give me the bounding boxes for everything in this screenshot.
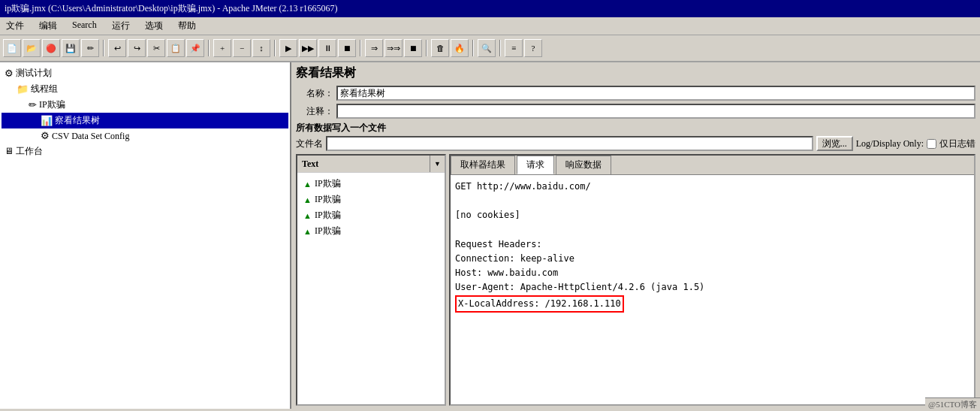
text-dropdown-arrow[interactable]: ▼ (430, 156, 445, 172)
result-item-1[interactable]: ▲IP欺骗 (300, 192, 442, 207)
toolbar-separator (103, 40, 104, 56)
tree-icon-csv-data: ⚙ (41, 130, 50, 142)
tree-icon-thread-group: 📁 (17, 83, 29, 95)
undo-btn[interactable]: ↩ (108, 39, 126, 57)
tree-item-view-results-tree[interactable]: 📊察看结果树 (2, 113, 288, 128)
right-panel: 察看结果树 名称： 注释： 所有数据写入一个文件 文件名 浏览... Log/D… (291, 62, 980, 409)
result-content: GET http://www.baidu.com/ [no cookies] R… (451, 175, 974, 404)
toolbar-separator (426, 40, 427, 56)
result-tab-2[interactable]: 响应数据 (556, 156, 611, 174)
name-row: 名称： (296, 86, 975, 101)
menu-item-选项[interactable]: 选项 (142, 19, 166, 33)
tree-icon-test-plan: ⚙ (5, 68, 14, 80)
file-row: 文件名 浏览... Log/Display Only: 仅日志错 (296, 136, 975, 151)
tree-item-thread-group[interactable]: 📁线程组 (2, 81, 288, 97)
toolbar-separator (208, 40, 210, 56)
redo-btn[interactable]: ↪ (128, 39, 146, 57)
log-display-label: Log/Display Only: (856, 138, 924, 150)
menu-item-运行[interactable]: 运行 (109, 19, 133, 33)
green-triangle-0: ▲ (303, 180, 312, 189)
result-area: 取样器结果请求响应数据 GET http://www.baidu.com/ [n… (449, 154, 975, 406)
toolbar-separator (472, 40, 474, 56)
remote-stop-btn[interactable]: ⏹ (404, 39, 422, 57)
green-triangle-3: ▲ (303, 227, 312, 236)
remote2-btn[interactable]: ⇒⇒ (384, 39, 403, 57)
tree-label-test-plan: 测试计划 (16, 67, 52, 80)
comment-row: 注释： (296, 104, 975, 119)
pause-btn[interactable]: ⏸ (318, 39, 336, 57)
result-item-label-0: IP欺骗 (315, 177, 341, 190)
result-item-label-3: IP欺骗 (315, 225, 341, 237)
expand-btn[interactable]: ↕ (252, 39, 270, 57)
highlight-line: X-LocalAddress: /192.168.1.110 (455, 295, 624, 313)
play-all-btn[interactable]: ▶▶ (299, 39, 317, 57)
tree-icon-workbench: 🖥 (5, 146, 14, 157)
status-text: @51CTO博客 (928, 399, 977, 410)
tree-label-csv-data: CSV Data Set Config (52, 131, 129, 142)
log-check-label: 仅日志错 (939, 138, 975, 150)
toolbar-separator (499, 40, 501, 56)
toolbar: 📄📂🔴💾✏↩↪✂📋📌+−↕▶▶▶⏸⏹⇒⇒⇒⏹🗑🔥🔍≡? (0, 35, 980, 62)
toolbar-separator (360, 40, 361, 56)
text-dropdown-header: Text ▼ (297, 156, 445, 173)
title-bar: ip欺骗.jmx (C:\Users\Administrator\Desktop… (0, 0, 980, 17)
file-input[interactable] (326, 136, 813, 151)
menu-item-帮助[interactable]: 帮助 (175, 19, 199, 33)
tree-label-workbench: 工作台 (16, 145, 43, 158)
menu-bar: 文件编辑Search运行选项帮助 (0, 17, 980, 35)
bottom-section: Text ▼ ▲IP欺骗▲IP欺骗▲IP欺骗▲IP欺骗 取样器结果请求响应数据 … (296, 154, 975, 406)
result-item-2[interactable]: ▲IP欺骗 (300, 207, 442, 223)
new-btn[interactable]: 📄 (3, 39, 21, 57)
tree-icon-ip-deception: ✏ (29, 99, 37, 111)
comment-label: 注释： (296, 105, 333, 118)
result-list: ▲IP欺骗▲IP欺骗▲IP欺骗▲IP欺骗 (297, 173, 445, 404)
file-label: 文件名 (296, 138, 323, 150)
play-btn[interactable]: ▶ (279, 39, 297, 57)
tree-label-view-results-tree: 察看结果树 (55, 114, 100, 127)
browse-button[interactable]: 浏览... (816, 136, 853, 151)
name-input[interactable] (336, 86, 975, 101)
menu-item-Search[interactable]: Search (69, 19, 100, 33)
clear-btn[interactable]: 🗑 (431, 39, 449, 57)
copy-btn[interactable]: 📋 (167, 39, 185, 57)
menu-item-文件[interactable]: 文件 (3, 19, 27, 33)
green-triangle-2: ▲ (303, 211, 312, 220)
tree-icon-view-results-tree: 📊 (41, 115, 53, 127)
main-layout: ⚙测试计划📁线程组✏IP欺骗📊察看结果树⚙CSV Data Set Config… (0, 62, 980, 409)
text-dropdown-label: Text (297, 156, 430, 172)
name-label: 名称： (296, 87, 333, 100)
tree-label-thread-group: 线程组 (31, 83, 58, 95)
edit-btn[interactable]: ✏ (81, 39, 99, 57)
left-panel: ⚙测试计划📁线程组✏IP欺骗📊察看结果树⚙CSV Data Set Config… (0, 62, 291, 409)
stop-btn[interactable]: ⏹ (338, 39, 356, 57)
result-tabs: 取样器结果请求响应数据 (451, 156, 974, 175)
log-checkbox[interactable] (927, 139, 936, 149)
search-btn[interactable]: 🔍 (478, 39, 496, 57)
error-btn[interactable]: 🔴 (42, 39, 60, 57)
cut-btn[interactable]: ✂ (147, 39, 165, 57)
status-bar: @51CTO博客 (925, 397, 980, 411)
panel-title: 察看结果树 (296, 65, 975, 81)
result-tab-1[interactable]: 请求 (517, 156, 554, 174)
paste-btn[interactable]: 📌 (186, 39, 204, 57)
result-item-3[interactable]: ▲IP欺骗 (300, 223, 442, 239)
save-btn[interactable]: 💾 (62, 39, 80, 57)
tree-item-ip-deception[interactable]: ✏IP欺骗 (2, 97, 288, 113)
tree-item-workbench[interactable]: 🖥工作台 (2, 144, 288, 159)
remove-btn[interactable]: − (233, 39, 251, 57)
add-btn[interactable]: + (213, 39, 231, 57)
remote1-btn[interactable]: ⇒ (365, 39, 383, 57)
clear2-btn[interactable]: 🔥 (451, 39, 469, 57)
tree-item-csv-data[interactable]: ⚙CSV Data Set Config (2, 128, 288, 144)
tree-item-test-plan[interactable]: ⚙测试计划 (2, 65, 288, 81)
log-display-row: Log/Display Only: 仅日志错 (856, 138, 975, 150)
open-btn[interactable]: 📂 (23, 39, 41, 57)
list-btn[interactable]: ≡ (505, 39, 523, 57)
title-text: ip欺骗.jmx (C:\Users\Administrator\Desktop… (5, 3, 338, 14)
menu-item-编辑[interactable]: 编辑 (36, 19, 60, 33)
help-btn[interactable]: ? (524, 39, 542, 57)
comment-input[interactable] (336, 104, 975, 119)
result-item-label-2: IP欺骗 (315, 209, 341, 222)
result-item-0[interactable]: ▲IP欺骗 (300, 176, 442, 192)
result-tab-0[interactable]: 取样器结果 (451, 156, 515, 174)
